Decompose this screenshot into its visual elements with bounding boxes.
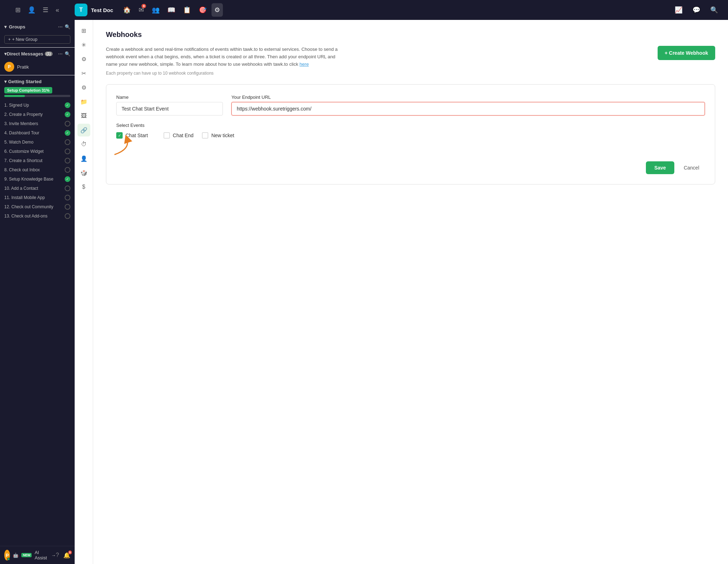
gs-item-7-check xyxy=(65,158,70,163)
chat-end-checkbox-label[interactable]: Chat End xyxy=(164,132,193,139)
groups-search-icon[interactable]: 🔍 xyxy=(65,24,70,29)
new-ticket-checkbox[interactable] xyxy=(202,132,208,139)
gs-item-1-label: 1. Signed Up xyxy=(4,103,29,108)
icon-sidebar-dollar[interactable]: $ xyxy=(77,181,90,193)
icon-sidebar-history[interactable]: ⏱ xyxy=(77,138,90,151)
user-avatar[interactable]: P xyxy=(4,550,10,560)
icon-sidebar-link[interactable]: 🔗 xyxy=(77,124,90,136)
events-section: Select Events xyxy=(116,123,705,139)
description-link[interactable]: here xyxy=(300,61,309,67)
notification-icon[interactable]: 🔔 9 xyxy=(63,552,70,559)
groups-more-icon[interactable]: ⋯ xyxy=(58,24,63,29)
gs-item-13-label: 13. Check out Add-ons xyxy=(4,214,47,219)
dm-user-pratik[interactable]: P Pratik xyxy=(0,59,75,74)
pratik-name: Pratik xyxy=(17,64,29,70)
topbar-search-btn[interactable]: 🔍 xyxy=(707,3,721,17)
dm-more-icon[interactable]: ⋯ xyxy=(58,51,63,57)
menu-icon[interactable]: ☰ xyxy=(43,6,48,14)
chat-end-checkbox[interactable] xyxy=(164,132,170,139)
nav-home-btn[interactable]: 🏠 xyxy=(120,3,134,17)
gs-item-8-label: 8. Check out Inbox xyxy=(4,167,40,172)
ai-new-badge: NEW xyxy=(21,553,32,557)
save-button[interactable]: Save xyxy=(646,161,675,174)
groups-label: Groups xyxy=(9,24,25,29)
topbar-nav: 🏠 ✉ 8 👥 📖 📋 🎯 ⚙ xyxy=(120,3,223,17)
note-text: Each property can have up to 10 webhook … xyxy=(106,71,715,76)
icon-sidebar-agent[interactable]: 👤 xyxy=(77,152,90,165)
gs-item-9[interactable]: 9. Setup Knowledge Base ✓ xyxy=(4,174,70,184)
getting-started-section: ▾ Getting Started Setup Completion 31% 1… xyxy=(0,76,75,224)
arrow-spacer xyxy=(116,147,705,161)
gs-label: Getting Started xyxy=(8,79,42,84)
gs-item-3[interactable]: 3. Invite Members xyxy=(4,119,70,128)
online-indicator xyxy=(7,558,10,560)
gs-item-12-label: 12. Check out Community xyxy=(4,204,53,209)
new-ticket-checkbox-label[interactable]: New ticket xyxy=(202,132,234,139)
nav-inbox-btn[interactable]: ✉ 8 xyxy=(136,3,147,17)
icon-sidebar-image[interactable]: 🖼 xyxy=(77,109,90,122)
gs-item-10-label: 10. Add a Contact xyxy=(4,186,38,191)
icon-sidebar-dashboard[interactable]: ⊞ xyxy=(77,24,90,37)
sidebar: ▾ Groups ⋯ 🔍 + + New Group ▾ Direct Mess… xyxy=(0,20,75,564)
cancel-button[interactable]: Cancel xyxy=(678,161,705,174)
ai-assist-label: AI Assist xyxy=(34,550,47,560)
gs-item-1[interactable]: 1. Signed Up ✓ xyxy=(4,101,70,110)
groups-header[interactable]: ▾ Groups ⋯ 🔍 xyxy=(4,24,70,29)
getting-started-header[interactable]: ▾ Getting Started xyxy=(4,79,70,84)
form-actions: Save Cancel xyxy=(116,161,705,174)
description-row: Create a webhook and send real-time noti… xyxy=(106,46,715,68)
create-webhook-button[interactable]: + Create Webhook xyxy=(658,46,715,60)
name-field-group: Name xyxy=(116,95,223,116)
url-input[interactable] xyxy=(231,102,705,116)
gs-item-5[interactable]: 5. Watch Demo xyxy=(4,138,70,147)
collapse-icon[interactable]: « xyxy=(55,6,59,14)
gs-item-11[interactable]: 11. Install Mobile App xyxy=(4,193,70,202)
gs-item-9-label: 9. Setup Knowledge Base xyxy=(4,177,53,182)
gs-item-4[interactable]: 4. Dashboard Tour ✓ xyxy=(4,128,70,138)
nav-contacts-btn[interactable]: 👥 xyxy=(149,3,162,17)
gs-item-6-check xyxy=(65,149,70,154)
gs-item-7[interactable]: 7. Create a Shortcut xyxy=(4,156,70,165)
nav-knowledge-btn[interactable]: 📖 xyxy=(165,3,178,17)
sidebar-bottom: P 🤖 NEW AI Assist → ? 🔔 9 xyxy=(0,546,75,564)
help-icon[interactable]: ? xyxy=(56,552,59,558)
icon-sidebar-3d[interactable]: 🎲 xyxy=(77,166,90,179)
gs-item-12[interactable]: 12. Check out Community xyxy=(4,202,70,211)
gs-item-9-check: ✓ xyxy=(65,176,70,182)
ai-assist-icon: 🤖 xyxy=(13,553,18,558)
gs-item-3-check xyxy=(65,121,70,127)
inbox-badge: 8 xyxy=(141,4,146,8)
topbar-activity-btn[interactable]: 📈 xyxy=(672,3,685,17)
nav-settings-btn[interactable]: ⚙ xyxy=(212,3,223,17)
ai-assist-button[interactable]: 🤖 NEW AI Assist → xyxy=(13,550,56,560)
topbar-chat-btn[interactable]: 💬 xyxy=(690,3,703,17)
icon-sidebar-gear2[interactable]: ⚙ xyxy=(77,81,90,94)
groups-collapse-icon: ▾ xyxy=(4,24,7,29)
dm-collapse-icon: ▾ xyxy=(4,51,7,57)
gs-item-4-check: ✓ xyxy=(65,130,70,136)
progress-bar-fill xyxy=(4,95,25,97)
workspace-name: Test Doc xyxy=(91,7,113,13)
gs-item-6-label: 6. Customize Widget xyxy=(4,149,44,154)
icon-sidebar-scissors[interactable]: ✂ xyxy=(77,67,90,80)
layers-icon[interactable]: ⊞ xyxy=(15,6,21,14)
ai-assist-arrow: → xyxy=(51,553,56,558)
gs-item-10[interactable]: 10. Add a Contact xyxy=(4,184,70,193)
topbar: ⊞ 👤 ☰ « T Test Doc 🏠 ✉ 8 👥 📖 📋 🎯 ⚙ 📈 💬 🔍 xyxy=(0,0,728,20)
icon-sidebar-folder[interactable]: 📁 xyxy=(77,95,90,108)
new-group-button[interactable]: + + New Group xyxy=(4,35,70,44)
gs-item-13[interactable]: 13. Check out Add-ons xyxy=(4,211,70,221)
dm-search-icon[interactable]: 🔍 xyxy=(65,51,70,57)
user-icon[interactable]: 👤 xyxy=(28,6,36,14)
url-label: Your Endpoint URL xyxy=(231,95,705,100)
gs-item-8-check xyxy=(65,167,70,173)
nav-reports-btn[interactable]: 📋 xyxy=(180,3,194,17)
gs-item-6[interactable]: 6. Customize Widget xyxy=(4,147,70,156)
gs-item-2[interactable]: 2. Create a Property ✓ xyxy=(4,110,70,119)
gs-item-7-label: 7. Create a Shortcut xyxy=(4,158,42,163)
name-input[interactable] xyxy=(116,102,223,116)
gs-item-8[interactable]: 8. Check out Inbox xyxy=(4,165,70,174)
icon-sidebar-gear1[interactable]: ⚙ xyxy=(77,53,90,65)
icon-sidebar-asterisk[interactable]: ✳ xyxy=(77,38,90,51)
nav-campaigns-btn[interactable]: 🎯 xyxy=(196,3,209,17)
